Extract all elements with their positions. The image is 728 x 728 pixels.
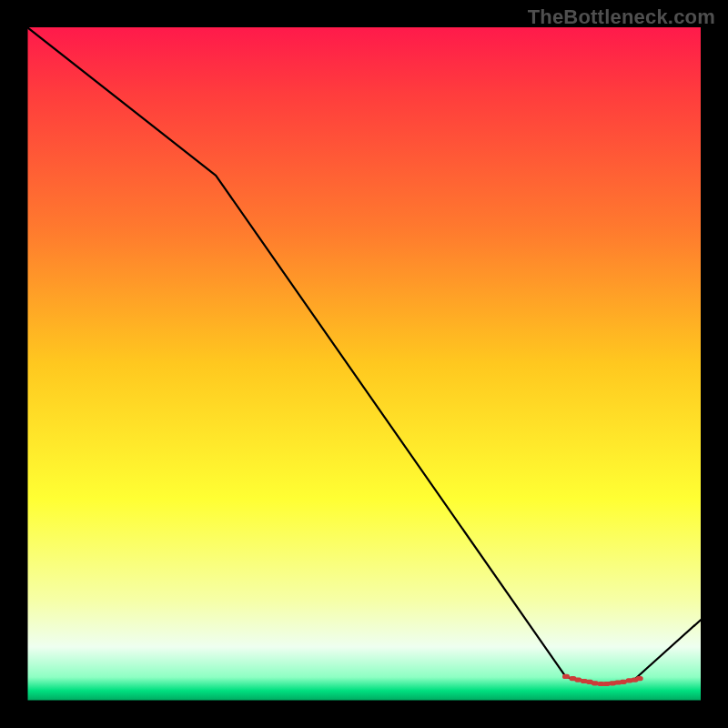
plot-svg <box>27 27 701 701</box>
marker <box>636 676 643 681</box>
chart-stage: TheBottleneck.com <box>0 0 728 728</box>
marker <box>562 674 570 679</box>
gradient-background <box>27 27 701 701</box>
watermark-text: TheBottleneck.com <box>528 5 715 29</box>
plot-area <box>27 27 701 701</box>
